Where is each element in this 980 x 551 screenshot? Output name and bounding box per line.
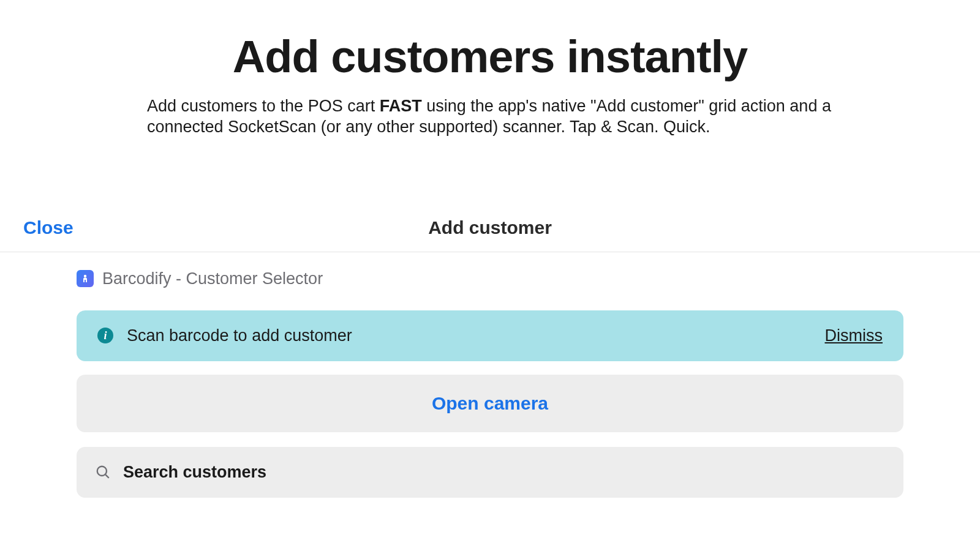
open-camera-button[interactable]: Open camera	[77, 375, 903, 432]
svg-point-1	[97, 467, 107, 476]
app-name-label: Barcodify - Customer Selector	[102, 269, 323, 288]
hero-subtitle-pre: Add customers to the POS cart	[147, 97, 380, 115]
info-icon: i	[97, 328, 113, 343]
modal-content: Barcodify - Customer Selector i Scan bar…	[0, 252, 980, 498]
modal-header: Close Add customer	[0, 199, 980, 252]
hero-title: Add customers instantly	[0, 31, 980, 83]
banner-text: Scan barcode to add customer	[127, 326, 812, 345]
modal-title: Add customer	[428, 217, 552, 238]
app-icon	[77, 270, 94, 287]
close-button[interactable]: Close	[23, 217, 74, 238]
app-identity-row: Barcodify - Customer Selector	[77, 269, 903, 288]
hero-section: Add customers instantly Add customers to…	[0, 0, 980, 156]
hero-subtitle: Add customers to the POS cart FAST using…	[135, 96, 845, 138]
svg-line-2	[105, 474, 108, 478]
hero-subtitle-bold: FAST	[380, 97, 422, 115]
search-customers-field[interactable]	[77, 447, 903, 498]
dismiss-button[interactable]: Dismiss	[825, 326, 883, 345]
scan-banner: i Scan barcode to add customer Dismiss	[77, 310, 903, 361]
search-input[interactable]	[123, 463, 885, 482]
svg-point-0	[84, 275, 86, 277]
search-icon	[95, 464, 111, 480]
